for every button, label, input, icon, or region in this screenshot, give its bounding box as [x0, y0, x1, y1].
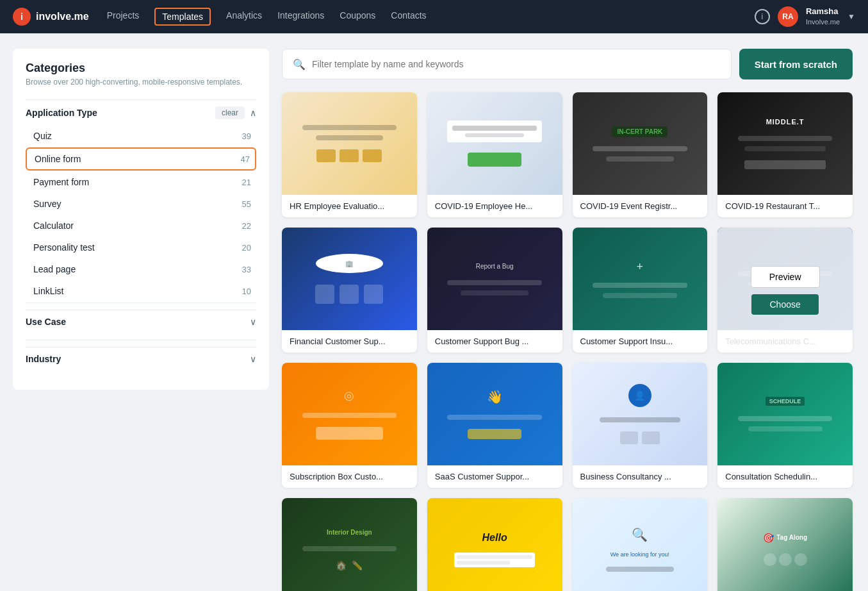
user-name: Ramsha [806, 6, 839, 16]
clear-filter-button[interactable]: clear [215, 106, 245, 119]
use-case-chevron: ∨ [250, 317, 256, 327]
application-type-chevron: ∧ [250, 108, 256, 118]
use-case-section: Use Case ∨ [26, 303, 256, 340]
template-card-13[interactable]: Interior Design 🏠 ✏️ Preview Choose Inte… [282, 498, 417, 591]
application-type-label: Application Type [26, 108, 97, 118]
template-label-11: Business Consultancy ... [573, 465, 708, 488]
template-label-12: Consultation Schedulin... [717, 465, 853, 488]
application-type-section-header[interactable]: Application Type clear ∧ [26, 99, 256, 126]
search-bar: 🔍 [282, 49, 732, 79]
sidebar-title: Categories [26, 62, 256, 75]
template-thumbnail-14: Hello [427, 498, 562, 591]
industry-chevron: ∨ [250, 354, 256, 364]
template-thumbnail-7: + [573, 228, 708, 330]
card-overlay-8: Preview Choose [717, 228, 853, 353]
template-thumbnail-13: Interior Design 🏠 ✏️ [282, 498, 417, 591]
template-label-2: COVID-19 Employee He... [427, 195, 562, 217]
industry-section-header[interactable]: Industry ∨ [26, 347, 256, 370]
template-card-5[interactable]: 🏢 Preview Choose Financial Customer Sup.… [282, 228, 417, 353]
search-bar-container: 🔍 Start from scratch [282, 49, 853, 79]
main-content: 🔍 Start from scratch [282, 49, 853, 591]
template-card-11[interactable]: 👤 Preview Choose Business Consultancy ..… [573, 363, 708, 488]
template-grid: Preview Choose HR Employee Evaluatio... [282, 92, 853, 591]
template-thumbnail-5: 🏢 [282, 228, 417, 330]
template-card-10[interactable]: 👋 Preview Choose SaaS Customer Suppor... [427, 363, 562, 488]
search-input[interactable] [312, 59, 721, 69]
template-card-2[interactable]: Preview Choose COVID-19 Employee He... [427, 92, 562, 217]
template-card-4[interactable]: MIDDLE.T Preview Choose COVID-19 Restaur… [717, 92, 853, 217]
template-label-6: Customer Support Bug ... [427, 330, 562, 353]
application-type-header-right: clear ∧ [215, 106, 256, 119]
filter-personality-test[interactable]: Personality test 20 [26, 237, 256, 258]
nav-contacts[interactable]: Contacts [391, 8, 426, 26]
filter-personality-test-count: 20 [242, 243, 251, 253]
template-label-1: HR Employee Evaluatio... [282, 195, 417, 217]
template-label-4: COVID-19 Restaurant T... [717, 195, 853, 217]
filter-items-list: Quiz 39 Online form 47 Payment form 21 S… [26, 126, 256, 301]
template-thumbnail-15: 🔍 We are looking for you! [573, 498, 708, 591]
template-label-9: Subscription Box Custo... [282, 465, 417, 488]
filter-survey-count: 55 [242, 199, 251, 209]
nav-right: i RA Ramsha Involve.me ▼ [755, 6, 855, 27]
filter-survey[interactable]: Survey 55 [26, 194, 256, 214]
filter-linklist-count: 10 [242, 287, 251, 296]
nav-analytics[interactable]: Analytics [226, 8, 262, 26]
filter-online-form[interactable]: Online form 47 [26, 147, 256, 171]
page-container: Categories Browse over 200 high-converti… [0, 33, 868, 591]
filter-quiz[interactable]: Quiz 39 [26, 126, 256, 146]
template-card-3[interactable]: IN-CERT PARK Preview Choose COVID-19 Eve… [573, 92, 708, 217]
template-card-16[interactable]: 🎯 Tag Along Preview Choose Tag Alon [717, 498, 853, 591]
template-thumbnail-11: 👤 [573, 363, 708, 465]
nav-links: Projects Templates Analytics Integration… [107, 8, 737, 26]
choose-button-8[interactable]: Choose [751, 294, 818, 315]
user-info: Ramsha Involve.me [806, 6, 840, 26]
logo-icon: i [13, 8, 31, 26]
avatar[interactable]: RA [778, 6, 798, 27]
filter-linklist-label: LinkList [33, 286, 63, 296]
filter-calculator[interactable]: Calculator 22 [26, 215, 256, 236]
filter-payment-form-count: 21 [242, 178, 251, 187]
template-thumbnail-9: ◎ [282, 363, 417, 465]
preview-button-8[interactable]: Preview [751, 266, 820, 288]
template-label-10: SaaS Customer Suppor... [427, 465, 562, 488]
nav-integrations[interactable]: Integrations [277, 8, 324, 26]
template-card-14[interactable]: Hello Preview Choose Hello Yellow Sign U… [427, 498, 562, 591]
filter-lead-page[interactable]: Lead page 33 [26, 259, 256, 279]
template-card-7[interactable]: + Preview Choose Customer Support Insu..… [573, 228, 708, 353]
info-icon[interactable]: i [755, 9, 770, 24]
filter-payment-form-label: Payment form [33, 177, 89, 187]
template-card-15[interactable]: 🔍 We are looking for you! Preview Choose… [573, 498, 708, 591]
filter-quiz-count: 39 [242, 131, 251, 141]
template-thumbnail-4: MIDDLE.T [717, 92, 853, 195]
template-card-9[interactable]: ◎ Preview Choose Subscription Box Custo.… [282, 363, 417, 488]
industry-section: Industry ∨ [26, 340, 256, 377]
template-label-7: Customer Support Insu... [573, 330, 708, 353]
user-dropdown-chevron[interactable]: ▼ [848, 12, 855, 21]
sidebar: Categories Browse over 200 high-converti… [13, 49, 269, 390]
filter-lead-page-label: Lead page [33, 264, 76, 274]
filter-survey-label: Survey [33, 199, 61, 209]
template-label-5: Financial Customer Sup... [282, 330, 417, 353]
nav-templates[interactable]: Templates [154, 8, 211, 26]
filter-personality-test-label: Personality test [33, 242, 95, 253]
logo-text: involve.me [36, 11, 89, 22]
filter-lead-page-count: 33 [242, 265, 251, 274]
template-card-12[interactable]: SCHEDULE Preview Choose Consultation Sch… [717, 363, 853, 488]
filter-payment-form[interactable]: Payment form 21 [26, 172, 256, 192]
use-case-label: Use Case [26, 317, 66, 327]
filter-linklist[interactable]: LinkList 10 [26, 281, 256, 301]
logo[interactable]: i involve.me [13, 8, 89, 26]
nav-projects[interactable]: Projects [107, 8, 140, 26]
filter-quiz-label: Quiz [33, 131, 52, 141]
sidebar-subtitle: Browse over 200 high-converting, mobile-… [26, 78, 256, 87]
template-card-6[interactable]: Report a Bug Preview Choose Customer Sup… [427, 228, 562, 353]
use-case-section-header[interactable]: Use Case ∨ [26, 310, 256, 333]
template-card-1[interactable]: Preview Choose HR Employee Evaluatio... [282, 92, 417, 217]
start-from-scratch-button[interactable]: Start from scratch [739, 49, 853, 79]
industry-label: Industry [26, 354, 61, 364]
filter-calculator-label: Calculator [33, 221, 74, 231]
template-thumbnail-6: Report a Bug [427, 228, 562, 330]
nav-coupons[interactable]: Coupons [340, 8, 375, 26]
template-thumbnail-10: 👋 [427, 363, 562, 465]
template-card-8[interactable]: Preview Choose Telecommunications C... [717, 228, 853, 353]
